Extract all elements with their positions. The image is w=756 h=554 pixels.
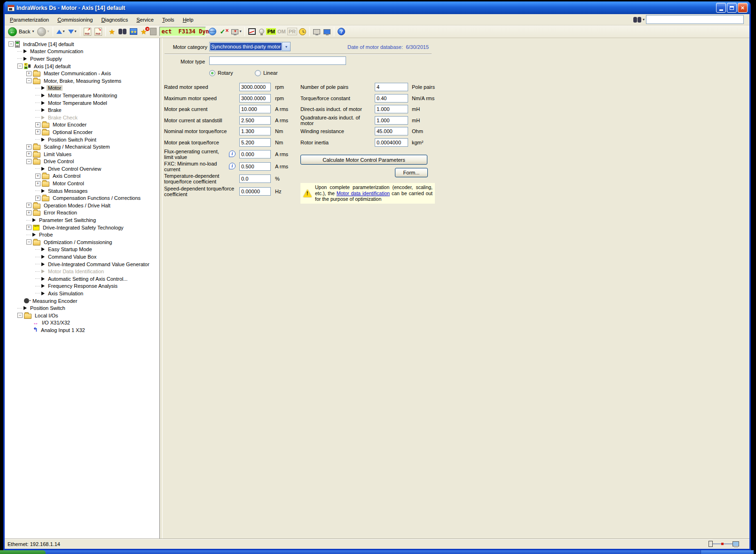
param-value-input[interactable] <box>375 138 408 147</box>
tree-item-scaling-mechanical-system[interactable]: +Scaling / Mechanical System <box>5 143 159 150</box>
tree-item-brake[interactable]: Brake <box>5 106 159 114</box>
collapse-icon[interactable]: − <box>26 78 32 83</box>
tree-item-label[interactable]: Analog Input 1 X32 <box>39 327 87 333</box>
tree-item-motor-data-identification[interactable]: Motor Data Identification <box>5 268 159 275</box>
forward-button[interactable]: → ▾ <box>36 27 50 37</box>
tree-item-label[interactable]: Motor Temperature Model <box>47 100 109 106</box>
easy-startup-button[interactable] <box>298 28 307 36</box>
switch-device-button[interactable] <box>312 29 322 35</box>
tree-item-axis-simulation[interactable]: Axis Simulation <box>5 290 159 297</box>
tree-item-label[interactable]: Motor Control <box>51 181 86 186</box>
help-button[interactable]: ? <box>336 27 346 36</box>
navigate-up-button[interactable]: ▾ <box>55 29 66 34</box>
linear-radio-icon[interactable] <box>255 70 261 76</box>
tree-item-status-messages[interactable]: Status Messages <box>5 187 159 195</box>
tree-item-label[interactable]: Position Switch Point <box>47 137 98 142</box>
tree-item-label[interactable]: Probe <box>38 232 54 237</box>
tree-item-limit-values[interactable]: +Limit Values <box>5 150 159 158</box>
tree-item-operation-modes-drive-halt[interactable]: +Operation Modes / Drive Halt <box>5 202 159 209</box>
up-dropdown-caret-icon[interactable]: ▾ <box>63 30 65 33</box>
search-input[interactable] <box>646 15 744 24</box>
tree-item-error-reaction[interactable]: +Error Reaction <box>5 209 159 217</box>
expand-icon[interactable]: + <box>35 129 40 135</box>
collapse-icon[interactable]: − <box>17 63 23 69</box>
menu-tools[interactable]: Tools <box>158 16 179 24</box>
tree-item-motor-control[interactable]: +Motor Control <box>5 180 159 187</box>
tree-item-label[interactable]: Brake <box>47 107 63 113</box>
parameter-list-button[interactable]: ★★ <box>128 28 139 35</box>
param-value-input[interactable] <box>239 187 271 196</box>
collapse-icon[interactable]: − <box>17 313 23 318</box>
tree-item-easy-startup-mode[interactable]: Easy Startup Mode <box>5 246 159 253</box>
combo-dropdown-icon[interactable]: ▼ <box>282 42 290 51</box>
tree-item-label[interactable]: Status Messages <box>47 188 89 194</box>
rotary-radio[interactable]: Rotary <box>209 70 233 76</box>
tree-item-brake-check[interactable]: Brake Check <box>5 114 159 121</box>
tree-item-optional-encoder[interactable]: +Optional Encoder <box>5 128 159 136</box>
tree-item-label[interactable]: Operation Modes / Drive Halt <box>42 203 112 208</box>
calculate-motor-control-parameters-button[interactable]: Calculate Motor Control Parameters <box>300 155 427 165</box>
tree-item-drive-control[interactable]: −Drive Control <box>5 158 159 166</box>
expand-icon[interactable]: + <box>26 203 32 208</box>
diagnostic-message-box[interactable]: ect F3134 Dyn <box>159 27 206 36</box>
tree-item-label[interactable]: Power Supply <box>29 56 63 62</box>
tree-item-label[interactable]: Axis Simulation <box>47 291 85 296</box>
tree-item-indradrive-14-default[interactable]: −IndraDrive [14] default <box>5 40 159 48</box>
search-binoculars-icon[interactable] <box>633 17 641 23</box>
tree-item-power-supply[interactable]: Power Supply <box>5 55 159 63</box>
tree-item-motor-encoder[interactable]: +Motor Encoder <box>5 121 159 129</box>
oscilloscope-button[interactable] <box>247 28 257 35</box>
menu-help[interactable]: Help <box>179 16 198 24</box>
tree-item-label[interactable]: Drive-Integrated Command Value Generator <box>47 261 151 267</box>
tree-item-label[interactable]: Motor Data Identification <box>47 269 105 274</box>
form-button[interactable]: Form... <box>395 168 428 177</box>
favorites-button[interactable]: ★ <box>108 28 117 36</box>
expand-icon[interactable]: + <box>35 181 40 186</box>
parameter-download-button[interactable]: PAR↘ <box>93 27 103 36</box>
tree-item-position-switch-point[interactable]: Position Switch Point <box>5 136 159 143</box>
tree-item-label[interactable]: Brake Check <box>47 115 79 120</box>
tree-item-master-communication[interactable]: Master Communication <box>5 48 159 55</box>
tree-item-label[interactable]: Local I/Os <box>33 313 60 318</box>
tree-item-label[interactable]: Drive-Integrated Safety Technology <box>41 225 125 230</box>
param-value-input[interactable] <box>375 127 408 135</box>
param-value-input[interactable] <box>375 94 408 103</box>
expand-icon[interactable]: + <box>26 144 32 150</box>
tree-item-motor-temperature-monitoring[interactable]: Motor Temperature Monitoring <box>5 92 159 99</box>
rotary-radio-icon[interactable] <box>209 70 215 76</box>
tree-item-compensation-functions-corrections[interactable]: +Compensation Functions / Corrections <box>5 194 159 202</box>
motor-data-identification-link[interactable]: Motor data identification <box>337 190 390 196</box>
tree-item-local-i-os[interactable]: −Local I/Os <box>5 312 159 319</box>
motor-type-input[interactable] <box>209 56 346 65</box>
tree-item-label[interactable]: Axis [14] default <box>32 63 72 69</box>
tree-item-position-switch[interactable]: Position Switch <box>5 304 159 312</box>
menu-service[interactable]: Service <box>132 16 158 24</box>
tree-item-label[interactable]: Motor Temperature Monitoring <box>47 93 118 98</box>
tree-item-master-communication-axis[interactable]: +Master Communication - Axis <box>5 70 159 77</box>
parameter-upload-button[interactable]: PAR↗ <box>82 27 93 36</box>
param-value-input[interactable] <box>239 162 271 171</box>
param-value-input[interactable] <box>239 150 271 158</box>
back-button[interactable]: ← Back ▾ <box>7 27 35 37</box>
tree-item-frequency-response-analysis[interactable]: Frequency Response Analysis <box>5 283 159 290</box>
motor-category-select[interactable]: Synchronous third-party motor ▼ <box>209 42 291 51</box>
param-value-input[interactable] <box>239 174 271 183</box>
tree-item-command-value-box[interactable]: Command Value Box <box>5 253 159 261</box>
tree-item-drive-integrated-safety-technology[interactable]: +SAFEDrive-Integrated Safety Technology <box>5 224 159 231</box>
tree-item-axis-control[interactable]: +Axis Control <box>5 173 159 180</box>
navigate-down-button[interactable]: ▾ <box>67 29 78 34</box>
tree-item-optimization-commissioning[interactable]: −Optimization / Commissioning <box>5 238 159 246</box>
tree-item-measuring-encoder[interactable]: Measuring Encoder <box>5 297 159 305</box>
tree-item-motor-brake-measuring-systems[interactable]: −Motor, Brake, Measuring Systems <box>5 77 159 85</box>
tree-item-analog-input-1-x32[interactable]: ↰Analog Input 1 X32 <box>5 326 159 334</box>
expand-icon[interactable]: + <box>35 196 40 201</box>
pm-mode-badge[interactable]: PM <box>266 28 276 35</box>
info-icon[interactable]: i <box>229 150 236 157</box>
clear-error-button[interactable]: ✓× <box>218 27 229 36</box>
browser-button[interactable] <box>207 27 218 36</box>
back-dropdown-caret-icon[interactable]: ▾ <box>32 30 34 33</box>
expand-icon[interactable]: + <box>26 225 32 230</box>
menu-diagnostics[interactable]: Diagnostics <box>97 16 132 24</box>
tree-item-label[interactable]: Automatic Setting of Axis Control... <box>47 276 129 282</box>
tree-item-motor[interactable]: Motor <box>5 85 159 92</box>
